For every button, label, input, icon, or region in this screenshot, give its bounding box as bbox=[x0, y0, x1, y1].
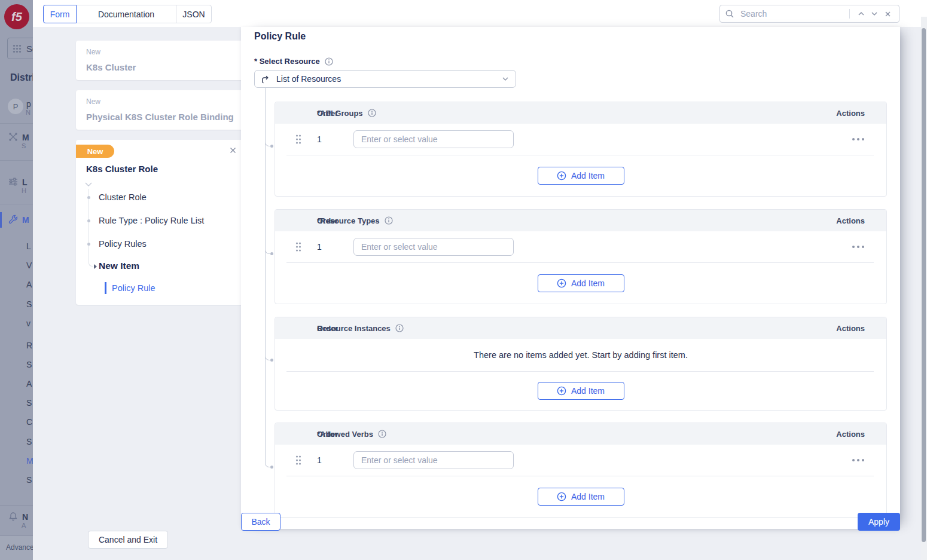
drag-handle-icon[interactable] bbox=[295, 134, 302, 145]
tab-form[interactable]: Form bbox=[43, 5, 77, 23]
add-item-label: Add Item bbox=[571, 279, 605, 288]
drag-handle-icon[interactable] bbox=[295, 241, 302, 252]
sidebar-nav-item-fragment: A bbox=[26, 379, 32, 388]
resource-types-column-header: *Resource Types bbox=[317, 216, 380, 225]
apply-button[interactable]: Apply bbox=[858, 513, 900, 531]
chevron-down-icon bbox=[501, 75, 510, 83]
info-icon[interactable] bbox=[378, 430, 386, 438]
tab-json[interactable]: JSON bbox=[176, 5, 212, 23]
search-icon bbox=[725, 9, 734, 19]
card-title: K8s Cluster bbox=[86, 62, 136, 72]
card-physical-k8s-cluster-role-binding[interactable]: New Physical K8S Cluster Role Binding bbox=[76, 90, 246, 130]
api-groups-column-header: *API Groups bbox=[317, 109, 363, 118]
tree-item-new-item[interactable]: New Item bbox=[99, 261, 139, 271]
row-actions-menu-icon[interactable] bbox=[852, 458, 865, 462]
scrollbar-thumb[interactable] bbox=[922, 28, 926, 542]
sidebar-nav-item-fragment: S bbox=[26, 398, 32, 408]
connector-dot bbox=[270, 359, 273, 362]
cancel-and-exit-button[interactable]: Cancel and Exit bbox=[88, 531, 168, 549]
add-item-button[interactable]: Add Item bbox=[538, 382, 624, 400]
info-icon[interactable] bbox=[395, 324, 404, 332]
close-card-button[interactable] bbox=[229, 146, 237, 157]
tree-bullet bbox=[87, 196, 90, 199]
table-header: Order *Resource Types Actions bbox=[275, 210, 886, 231]
tree-item-cluster-role[interactable]: Cluster Role bbox=[99, 192, 147, 202]
info-icon[interactable] bbox=[325, 57, 333, 66]
table-resource-instances: Order Resource Instances Actions There a… bbox=[275, 317, 887, 411]
info-icon[interactable] bbox=[368, 109, 376, 117]
search-prev-button[interactable] bbox=[855, 7, 868, 20]
app-grid-icon bbox=[13, 44, 22, 53]
table-allowed-verbs: Order *Allowed Verbs Actions 1 A bbox=[275, 423, 887, 518]
allowed-verbs-column-header: *Allowed Verbs bbox=[317, 430, 373, 439]
app-title-fragment: Distri bbox=[10, 72, 33, 83]
allowed-verbs-value-input[interactable] bbox=[353, 451, 514, 469]
wrench-icon bbox=[8, 214, 18, 224]
tree-item-policy-rules[interactable]: Policy Rules bbox=[99, 239, 147, 249]
connector-elbow bbox=[265, 353, 270, 360]
project-avatar: P bbox=[8, 99, 23, 114]
drag-handle-icon[interactable] bbox=[295, 455, 302, 466]
add-item-button[interactable]: Add Item bbox=[538, 488, 624, 506]
divider bbox=[0, 160, 33, 161]
card-badge-label: New bbox=[86, 48, 100, 56]
table-resource-types: Order *Resource Types Actions 1 bbox=[275, 209, 887, 304]
active-nav-indicator bbox=[0, 212, 2, 228]
active-nav-fragment: M bbox=[22, 215, 29, 225]
add-item-row: Add Item bbox=[275, 476, 886, 517]
form-main-panel: Policy Rule * Select Resource List of Re… bbox=[241, 27, 900, 529]
resource-types-value-input[interactable] bbox=[353, 238, 514, 256]
sidebar-nav-item-fragment: S bbox=[26, 360, 32, 369]
active-leaf-indicator bbox=[105, 282, 106, 294]
sidebar-nav-item-fragment: S bbox=[26, 437, 32, 446]
row-actions-menu-icon[interactable] bbox=[852, 245, 865, 249]
nav-group-fragment: M bbox=[22, 133, 29, 142]
connector-elbow bbox=[265, 247, 270, 254]
card-badge-label: New bbox=[86, 97, 100, 106]
divider bbox=[849, 9, 850, 19]
add-item-label: Add Item bbox=[571, 386, 605, 396]
chevron-up-icon bbox=[857, 10, 865, 18]
view-tabs: Form Documentation JSON bbox=[43, 5, 212, 23]
select-resource-dropdown[interactable]: List of Resources bbox=[254, 70, 516, 88]
api-groups-value-input[interactable] bbox=[353, 130, 514, 148]
f5-logo: f5 bbox=[4, 4, 29, 29]
search-next-button[interactable] bbox=[868, 7, 881, 20]
tab-documentation[interactable]: Documentation bbox=[76, 5, 176, 23]
card-title: K8s Cluster Role bbox=[86, 164, 158, 174]
row-actions-menu-icon[interactable] bbox=[852, 137, 865, 141]
notifications-fragment: N bbox=[22, 512, 28, 522]
add-item-button[interactable]: Add Item bbox=[538, 274, 624, 292]
sidebar-nav-item-fragment: A bbox=[26, 280, 32, 289]
select-resource-label-row: * Select Resource bbox=[254, 57, 333, 66]
tree-collapse-chevron-icon[interactable] bbox=[84, 182, 93, 187]
search-close-button[interactable] bbox=[881, 7, 894, 20]
table-row: 1 bbox=[275, 231, 886, 262]
connector-dot bbox=[270, 252, 273, 255]
fork-icon bbox=[261, 74, 270, 84]
actions-column-header: Actions bbox=[836, 109, 886, 118]
card-k8s-cluster[interactable]: New K8s Cluster bbox=[76, 41, 246, 80]
sidebar-nav-item-fragment: v bbox=[26, 319, 31, 328]
mesh-icon bbox=[8, 132, 18, 142]
tree-item-rule-type[interactable]: Rule Type : Policy Rule List bbox=[99, 216, 204, 225]
back-button[interactable]: Back bbox=[241, 513, 280, 531]
card-title: Physical K8S Cluster Role Binding bbox=[86, 112, 234, 122]
tree-item-policy-rule[interactable]: Policy Rule bbox=[112, 283, 155, 293]
table-row: 1 bbox=[275, 445, 886, 476]
plus-circle-icon bbox=[557, 171, 566, 180]
add-item-label: Add Item bbox=[571, 171, 605, 180]
resource-instances-column-header: Resource Instances bbox=[317, 324, 391, 333]
tree-connector-elbow bbox=[89, 261, 93, 267]
plus-circle-icon bbox=[557, 492, 566, 501]
search-input[interactable] bbox=[739, 8, 844, 19]
add-item-row: Add Item bbox=[275, 263, 886, 304]
add-item-row: Add Item bbox=[275, 372, 886, 410]
tune-icon bbox=[8, 177, 18, 186]
new-badge: New bbox=[76, 145, 114, 158]
info-icon[interactable] bbox=[385, 216, 393, 225]
drawer-topbar: Form Documentation JSON bbox=[33, 0, 927, 27]
order-column-header: Order bbox=[275, 324, 317, 333]
card-k8s-cluster-role-active[interactable]: New K8s Cluster Role Cluster Role Rule T… bbox=[76, 140, 246, 305]
add-item-button[interactable]: Add Item bbox=[538, 167, 624, 185]
